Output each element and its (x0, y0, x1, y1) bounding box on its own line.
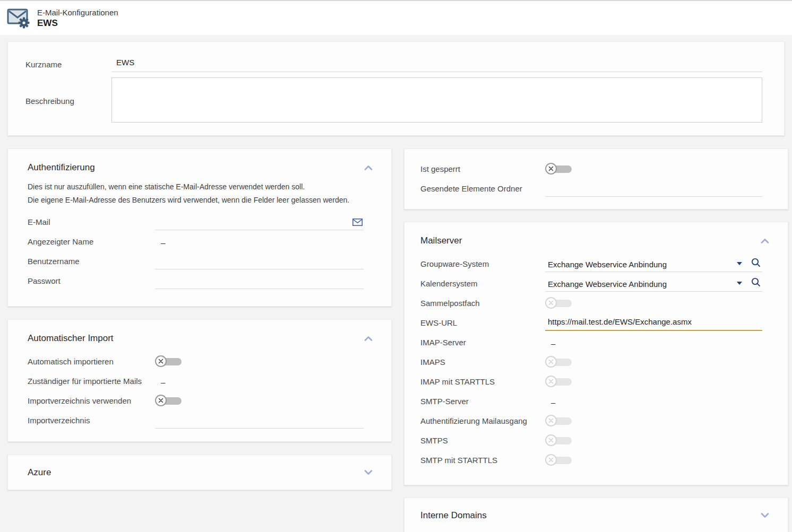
kurzname-row: Kurzname (25, 56, 762, 72)
ews-url-label: EWS-URL (420, 318, 545, 327)
ist-gesperrt-label: Ist gesperrt (420, 164, 545, 173)
toggle-x-icon (545, 454, 557, 466)
smtp-server-label: SMTP-Server (420, 397, 545, 406)
imap-server-label: IMAP-Server (420, 338, 545, 347)
automatisch-importieren-row: Automatisch importieren (28, 352, 364, 371)
auth-mailausgang-row: Authentifizierung Mailausgang (420, 411, 762, 431)
smtps-toggle[interactable] (545, 434, 572, 447)
kurzname-label: Kurzname (25, 60, 111, 69)
importverzeichnis-label: Importverzeichnis (28, 416, 155, 425)
automatisch-importieren-label: Automatisch importieren (28, 357, 155, 366)
importverzeichnis-verwenden-toggle[interactable] (155, 395, 182, 407)
imap-server-value: – (545, 339, 555, 348)
ist-gesperrt-row: Ist gesperrt (420, 159, 762, 179)
zustaendiger-row: Zuständiger für importierte Mails – (28, 371, 364, 391)
zustaendiger-label: Zuständiger für importierte Mails (28, 377, 155, 386)
collapse-import-chevron-up-icon[interactable] (364, 335, 373, 342)
angezeigter-name-row: Angezeigter Name – (28, 232, 364, 251)
importverzeichnis-verwenden-row: Importverzeichnis verwenden (28, 391, 364, 411)
toggle-x-icon (155, 355, 167, 367)
ist-gesperrt-toggle[interactable] (545, 163, 572, 176)
auth-mailausgang-toggle[interactable] (545, 415, 572, 428)
search-icon[interactable] (751, 277, 761, 287)
toggle-x-icon (545, 297, 557, 309)
mailserver-title: Mailserver (420, 236, 462, 246)
email-config-icon (6, 7, 31, 29)
imaps-row: IMAPS (420, 352, 762, 372)
angezeigter-name-value: – (155, 238, 165, 247)
kalendersystem-label: Kalendersystem (420, 279, 545, 288)
toggle-x-icon (545, 434, 557, 446)
smtp-starttls-label: SMTP mit STARTTLS (420, 456, 545, 465)
beschreibung-row: Beschreibung (25, 77, 762, 125)
benutzername-input[interactable] (155, 255, 364, 266)
zustaendiger-value: – (155, 378, 165, 387)
groupware-value: Exchange Webservice Anbindung (545, 260, 737, 269)
smtp-server-row: SMTP-Server – (420, 391, 762, 411)
passwort-input[interactable] (155, 274, 364, 286)
kalendersystem-dropdown[interactable]: Exchange Webservice Anbindung (545, 276, 762, 292)
kurzname-input[interactable] (111, 56, 762, 72)
email-input[interactable] (155, 215, 364, 227)
general-section: Kurzname Beschreibung (7, 41, 785, 136)
imaps-label: IMAPS (420, 357, 545, 367)
beschreibung-label: Beschreibung (25, 97, 111, 106)
status-section: Ist gesperrt Gesendete Elemente Ordner (404, 149, 788, 210)
passwort-label: Passwort (28, 276, 155, 285)
azure-section: Azure (7, 455, 392, 490)
page-title: E-Mail-Konfigurationen (37, 8, 118, 18)
auth-description-line1: Dies ist nur auszufüllen, wenn eine stat… (28, 180, 373, 194)
benutzername-label: Benutzername (28, 257, 155, 266)
interne-domains-title: Interne Domains (420, 510, 487, 521)
automatischer-import-section: Automatischer Import Automatisch importi… (7, 319, 392, 442)
email-label: E-Mail (28, 217, 155, 226)
gesendete-elemente-input[interactable] (545, 182, 762, 194)
sammelpostfach-row: Sammelpostfach (420, 293, 762, 313)
passwort-row: Passwort (28, 271, 364, 291)
dropdown-caret-icon[interactable] (737, 262, 742, 265)
imap-starttls-label: IMAP mit STARTTLS (420, 377, 545, 386)
email-row: E-Mail (28, 212, 364, 232)
mailserver-section: Mailserver Groupware-System Exchange Web… (404, 222, 788, 485)
expand-interne-domains-chevron-down-icon[interactable] (760, 512, 770, 519)
automatischer-import-title: Automatischer Import (28, 333, 114, 344)
toggle-x-icon (545, 356, 557, 368)
groupware-dropdown[interactable]: Exchange Webservice Anbindung (545, 256, 762, 272)
toggle-x-icon (545, 415, 557, 426)
envelope-icon[interactable] (352, 219, 363, 226)
groupware-row: Groupware-System Exchange Webservice Anb… (420, 254, 762, 274)
imaps-toggle[interactable] (545, 356, 572, 369)
importverzeichnis-input[interactable] (155, 414, 364, 425)
authentifizierung-title: Authentifizierung (28, 162, 95, 173)
sammelpostfach-label: Sammelpostfach (420, 299, 545, 308)
search-icon[interactable] (751, 257, 761, 268)
page-title-block: E-Mail-Konfigurationen EWS (37, 8, 118, 29)
auth-mailausgang-label: Authentifizierung Mailausgang (420, 416, 545, 425)
collapse-authentifizierung-chevron-up-icon[interactable] (364, 164, 373, 171)
auth-description-line2: Die eigene E-Mail-Adresse des Benutzers … (28, 194, 373, 207)
imap-starttls-row: IMAP mit STARTTLS (420, 372, 762, 391)
azure-title: Azure (28, 467, 51, 478)
toggle-x-icon (545, 376, 557, 387)
authentifizierung-section: Authentifizierung Dies ist nur auszufüll… (7, 149, 392, 307)
smtp-starttls-toggle[interactable] (545, 454, 572, 467)
smtp-server-value: – (545, 398, 555, 407)
toggle-x-icon (155, 395, 167, 406)
ews-url-input[interactable] (545, 316, 762, 328)
dropdown-caret-icon[interactable] (737, 282, 742, 285)
importverzeichnis-verwenden-label: Importverzeichnis verwenden (28, 396, 155, 405)
importverzeichnis-row: Importverzeichnis (28, 411, 364, 430)
beschreibung-textarea[interactable] (111, 77, 762, 123)
collapse-mailserver-chevron-up-icon[interactable] (760, 238, 770, 244)
smtps-label: SMTPS (420, 436, 545, 445)
automatisch-importieren-toggle[interactable] (155, 355, 182, 368)
expand-azure-chevron-down-icon[interactable] (364, 469, 373, 476)
page-header: E-Mail-Konfigurationen EWS (0, 1, 792, 35)
imap-server-row: IMAP-Server – (420, 333, 762, 352)
gesendete-elemente-label: Gesendete Elemente Ordner (420, 184, 545, 193)
sammelpostfach-toggle[interactable] (545, 297, 572, 310)
angezeigter-name-label: Angezeigter Name (28, 237, 155, 246)
gesendete-elemente-row: Gesendete Elemente Ordner (420, 179, 762, 198)
imap-starttls-toggle[interactable] (545, 376, 572, 388)
kalendersystem-value: Exchange Webservice Anbindung (545, 280, 737, 289)
